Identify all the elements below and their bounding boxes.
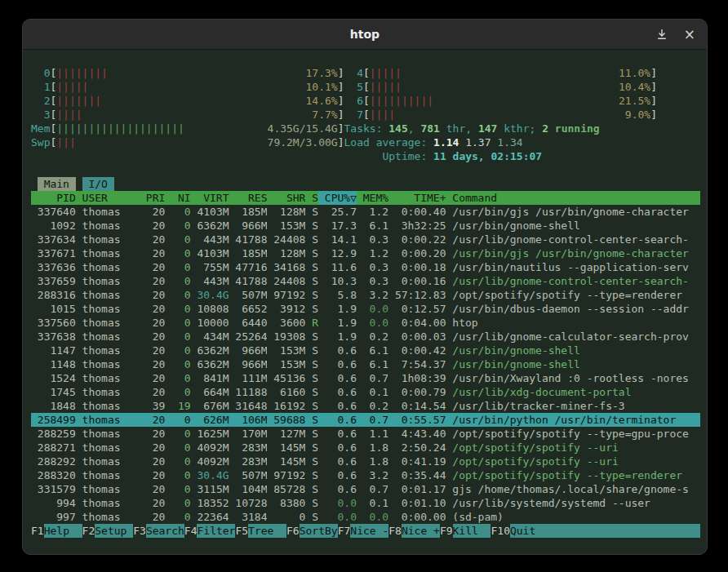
fnkey-f7[interactable]: F7Nice - xyxy=(338,524,389,538)
header-time[interactable]: TIME+ xyxy=(388,191,446,205)
fnkey-f5[interactable]: F5Tree xyxy=(235,524,286,538)
meter-track: |||79.2M/3.00G xyxy=(56,135,337,149)
process-row[interactable]: 288292thomas2004092M283M145MS0.61.80:41.… xyxy=(31,454,700,468)
process-row[interactable]: 1015thomas2001080866523912S1.90.00:12.57… xyxy=(31,302,700,316)
meter-label: 7 xyxy=(344,108,363,122)
cell-mem: 0.3 xyxy=(357,233,388,246)
cell-shr: 59688 xyxy=(267,413,305,427)
fnkey-f6[interactable]: F6SortBy xyxy=(286,524,338,538)
process-row[interactable]: 288316thomas20030.4G507M97192S5.83.257:1… xyxy=(31,288,700,302)
process-row[interactable]: 994thomas20018352107288380S0.00.10:01.10… xyxy=(31,496,700,510)
fnkey-f10[interactable]: F10Quit xyxy=(491,524,548,538)
cell-pid: 1147 xyxy=(31,344,76,357)
meter-bars: ||| xyxy=(56,136,75,149)
cell-user: thomas xyxy=(76,219,140,233)
cell-ni: 0 xyxy=(165,482,190,496)
process-row[interactable]: 337634thomas200443M4178824408S14.10.30:0… xyxy=(31,233,700,246)
header-cpu[interactable]: CPU%▽ xyxy=(318,191,357,205)
tab-main[interactable]: Main xyxy=(38,177,76,191)
header-shr[interactable]: SHR xyxy=(267,191,305,205)
header-pri[interactable]: PRI xyxy=(140,191,165,205)
tab-io[interactable]: I/O xyxy=(82,177,114,191)
cell-shr: 16192 xyxy=(267,399,305,413)
cell-pid: 337640 xyxy=(31,205,76,219)
cell-time: 3h32:25 xyxy=(388,219,446,233)
process-row[interactable]: 258499thomas200626M106M59688S0.60.70:55.… xyxy=(31,413,700,427)
process-row[interactable]: 1524thomas200841M111M45136S0.60.71h08:39… xyxy=(31,371,700,385)
process-row[interactable]: 1745thomas200664M111886160S0.60.10:00.79… xyxy=(31,385,700,399)
cell-pri: 20 xyxy=(140,454,165,468)
process-row[interactable]: 288320thomas20030.4G507M97192S0.63.20:35… xyxy=(31,468,700,482)
cell-command: htop xyxy=(446,316,701,330)
process-row[interactable]: 337671thomas2004103M185M128MS12.91.20:00… xyxy=(31,246,700,260)
fnkey-f1[interactable]: F1Help xyxy=(31,524,82,538)
meter-label: Mem xyxy=(31,122,50,135)
terminal: 0[||||||||17.3%]1[|||||10.1%]2[|||||||14… xyxy=(23,50,707,538)
header-user[interactable]: USER xyxy=(76,191,140,205)
meter-close-bracket: ] xyxy=(338,80,344,94)
header-pid[interactable]: PID xyxy=(31,191,76,205)
cell-ni: 0 xyxy=(165,344,190,357)
download-button[interactable] xyxy=(655,27,669,42)
fnkey-f9[interactable]: F9Kill xyxy=(440,524,491,538)
fnkey-f3[interactable]: F3Search xyxy=(133,524,184,538)
process-row[interactable]: 1148thomas2006362M966M153MS0.66.17:54.37… xyxy=(31,357,700,371)
fn-action-label: Nice + xyxy=(402,524,440,538)
fn-action-label: Kill xyxy=(453,524,491,538)
header-mem[interactable]: MEM% xyxy=(357,191,388,205)
info-segment: , xyxy=(408,122,421,135)
cell-ni: 0 xyxy=(165,385,190,399)
header-res[interactable]: RES xyxy=(229,191,268,205)
meter-open-bracket: [ xyxy=(50,135,56,149)
header-virt[interactable]: VIRT xyxy=(191,191,229,205)
meter-label: 6 xyxy=(344,94,363,108)
process-row[interactable]: 1092thomas2006362M966M153MS17.36.13h32:2… xyxy=(31,219,700,233)
process-row[interactable]: 337636thomas200755M4771634168S11.60.30:0… xyxy=(31,260,700,274)
cell-cpu: 0.6 xyxy=(318,413,357,427)
cell-mem: 6.1 xyxy=(357,357,388,371)
cell-pid: 258499 xyxy=(31,413,76,427)
meter-value: 21.5% xyxy=(619,94,650,108)
cell-s: S xyxy=(305,482,318,496)
cell-time: 0:00.00 xyxy=(388,510,446,524)
fn-key-label: F4 xyxy=(184,524,198,538)
header-s[interactable]: S xyxy=(305,191,318,205)
fnkey-f4[interactable]: F4Filter xyxy=(184,524,236,538)
meter-open-bracket: [ xyxy=(363,108,370,122)
info-segment: Tasks: xyxy=(344,122,389,135)
cell-cpu: 0.6 xyxy=(318,441,357,454)
process-row[interactable]: 337560thomas2001000064403600R1.90.00:04.… xyxy=(31,316,700,330)
process-row[interactable]: 288271thomas2004092M283M145MS0.61.82:50.… xyxy=(31,441,700,454)
cell-mem: 6.1 xyxy=(357,344,388,357)
cell-user: thomas xyxy=(76,302,140,316)
process-row[interactable]: 997thomas2002236431840S0.00.00:00.00(sd-… xyxy=(31,510,700,524)
cell-res: 104M xyxy=(229,482,268,496)
process-row[interactable]: 288259thomas2001625M170M127MS0.61.14:43.… xyxy=(31,427,700,441)
process-row[interactable]: 331579thomas2003115M104M85728S0.60.70:01… xyxy=(31,482,700,496)
fnkey-f8[interactable]: F8Nice + xyxy=(388,524,440,538)
process-row[interactable]: 337659thomas200443M4178824408S10.30.30:0… xyxy=(31,274,700,288)
process-row[interactable]: 337638thomas200434M2526419308S1.90.20:00… xyxy=(31,330,700,344)
fn-action-label: Search xyxy=(146,524,184,538)
cell-res: 41788 xyxy=(229,233,268,246)
meter-track: |||||10.1% xyxy=(56,80,337,94)
cell-time: 1h08:39 xyxy=(388,371,446,385)
process-row[interactable]: 337640thomas2004103M185M128MS25.71.20:00… xyxy=(31,205,700,219)
cell-virt: 6362M xyxy=(191,357,229,371)
process-row[interactable]: 1147thomas2006362M966M153MS0.66.10:00.42… xyxy=(31,344,700,357)
fnkey-f2[interactable]: F2Setup xyxy=(82,524,134,538)
cell-s: S xyxy=(305,330,318,344)
cell-virt: 18352 xyxy=(191,496,229,510)
close-button[interactable]: × xyxy=(682,26,697,43)
cell-pid: 288271 xyxy=(31,441,76,454)
header-command[interactable]: Command xyxy=(446,191,701,205)
titlebar[interactable]: htop × xyxy=(23,20,707,50)
meters-area: 0[||||||||17.3%]1[|||||10.1%]2[|||||||14… xyxy=(31,66,700,163)
cell-command: /opt/spotify/spotify --type=renderer xyxy=(446,468,701,482)
header-ni[interactable]: NI xyxy=(165,191,190,205)
cell-mem: 0.0 xyxy=(357,302,388,316)
meter-label: 4 xyxy=(344,66,363,80)
process-row[interactable]: 1848thomas3919676M3164816192S0.60.20:14.… xyxy=(31,399,700,413)
cell-cpu: 0.6 xyxy=(318,357,357,371)
info-segment: 1.14 xyxy=(433,136,465,149)
